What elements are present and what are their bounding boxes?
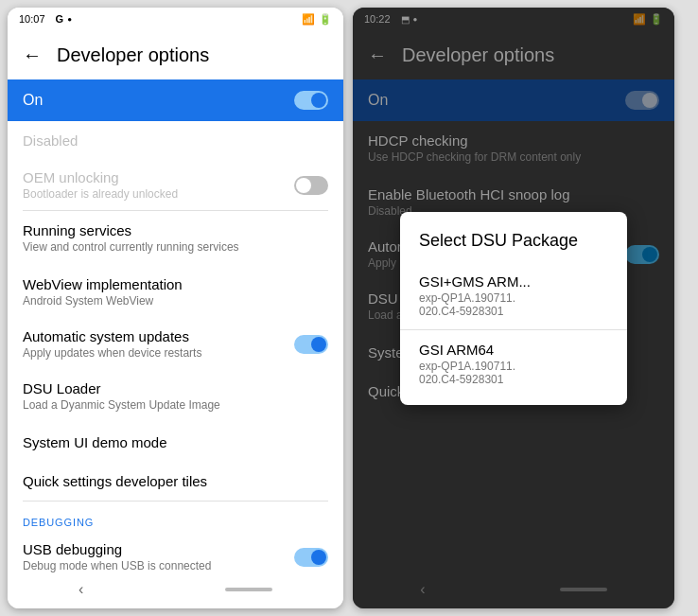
- auto-toggle[interactable]: [294, 335, 328, 354]
- right-phone: 10:22 ⬒ ● 📶 🔋 ← Developer options On HDC…: [353, 8, 674, 608]
- dsu-subtitle: Load a Dyanmic System Update Image: [23, 398, 328, 412]
- home-pill-left[interactable]: [225, 588, 272, 591]
- auto-title: Automatic system updates: [23, 328, 294, 344]
- usb-subtitle: Debug mode when USB is connected: [23, 559, 294, 572]
- battery-icon: 🔋: [319, 13, 332, 26]
- list-item[interactable]: System UI demo mode: [8, 423, 343, 462]
- gsi-gms-subtitle: exp-QP1A.190711.020.C4-5928301: [419, 291, 608, 318]
- quicksettings-title: Quick settings developer tiles: [23, 473, 328, 489]
- dialog-overlay: Select DSU Package GSI+GMS ARM... exp-QP…: [353, 8, 674, 608]
- wifi-icon: 📶: [302, 13, 315, 26]
- dsu-title: DSU Loader: [23, 380, 328, 396]
- gsi-arm64-subtitle: exp-QP1A.190711.020.C4-5928301: [419, 360, 608, 386]
- section-header-debugging: DEBUGGING: [8, 502, 343, 532]
- list-item[interactable]: DSU Loader Load a Dyanmic System Update …: [8, 369, 343, 423]
- toolbar-left: ← Developer options: [8, 30, 343, 79]
- oem-subtitle: Bootloader is already unlocked: [23, 187, 294, 201]
- list-item[interactable]: Automatic system updates Apply updates w…: [8, 319, 343, 369]
- list-item: Disabled: [8, 121, 343, 160]
- dot-icon: ●: [67, 15, 72, 24]
- usb-title: USB debugging: [23, 541, 294, 557]
- sysui-title: System UI demo mode: [23, 434, 328, 450]
- webview-subtitle: Android System WebView: [23, 294, 328, 308]
- back-button-left[interactable]: ←: [23, 44, 42, 66]
- g-icon: G: [56, 13, 64, 25]
- dialog-option-gsi-gms[interactable]: GSI+GMS ARM... exp-QP1A.190711.020.C4-59…: [400, 262, 627, 329]
- on-toggle-left[interactable]: [294, 91, 328, 110]
- list-item[interactable]: USB debugging Debug mode when USB is con…: [8, 532, 343, 574]
- on-banner-left[interactable]: On: [8, 79, 343, 121]
- gsi-arm64-title: GSI ARM64: [419, 342, 608, 358]
- bottom-nav-left: ‹: [8, 574, 343, 608]
- page-title-left: Developer options: [57, 44, 209, 66]
- webview-title: WebView implementation: [23, 276, 328, 292]
- list-item[interactable]: WebView implementation Android System We…: [8, 265, 343, 319]
- running-title: Running services: [23, 222, 328, 238]
- select-dsu-dialog: Select DSU Package GSI+GMS ARM... exp-QP…: [400, 212, 627, 405]
- status-icons-left: 📶 🔋: [302, 13, 332, 26]
- status-time-left: 10:07 G ●: [19, 13, 72, 25]
- dialog-title: Select DSU Package: [400, 231, 627, 262]
- list-item[interactable]: OEM unlocking Bootloader is already unlo…: [8, 160, 343, 210]
- left-phone: 10:07 G ● 📶 🔋 ← Developer options On Dis…: [8, 8, 343, 608]
- oem-title: OEM unlocking: [23, 169, 294, 185]
- running-subtitle: View and control currently running servi…: [23, 240, 328, 254]
- time-left: 10:07: [19, 13, 45, 25]
- usb-toggle[interactable]: [294, 548, 328, 567]
- list-item[interactable]: Quick settings developer tiles: [8, 462, 343, 501]
- gsi-gms-title: GSI+GMS ARM...: [419, 273, 608, 290]
- oem-toggle[interactable]: [294, 176, 328, 195]
- settings-list-left: Disabled OEM unlocking Bootloader is alr…: [8, 121, 343, 574]
- auto-subtitle: Apply updates when device restarts: [23, 346, 294, 360]
- back-nav-left[interactable]: ‹: [79, 581, 83, 598]
- item-title-disabled: Disabled: [23, 132, 328, 149]
- status-bar-left: 10:07 G ● 📶 🔋: [8, 8, 343, 30]
- dialog-option-gsi-arm64[interactable]: GSI ARM64 exp-QP1A.190711.020.C4-5928301: [400, 330, 627, 397]
- on-label-left: On: [23, 92, 43, 109]
- list-item[interactable]: Running services View and control curren…: [8, 211, 343, 265]
